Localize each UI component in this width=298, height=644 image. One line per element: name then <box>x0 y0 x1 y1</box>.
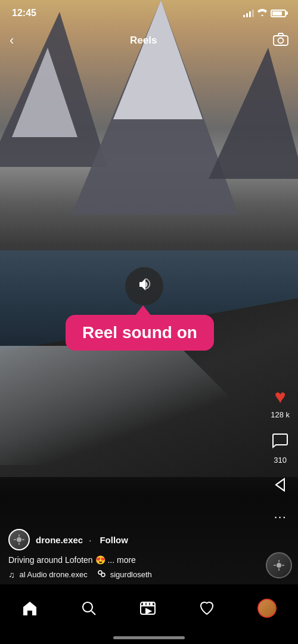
share-icon <box>272 476 288 497</box>
svg-point-16 <box>83 602 92 612</box>
nav-search[interactable] <box>80 600 97 617</box>
audio-label: al Audio drone.exec <box>20 570 88 579</box>
status-time: 12:45 <box>12 8 36 18</box>
sound-icon <box>136 276 153 296</box>
sound-button[interactable] <box>125 267 163 305</box>
bottom-info: drone.exec · Follow Driving around Lofot… <box>8 529 262 580</box>
caption[interactable]: Driving around Lofoten 😍 ... more <box>8 555 262 565</box>
nav-reels[interactable] <box>139 600 156 617</box>
home-indicator <box>113 636 185 639</box>
comments-count: 310 <box>274 456 287 465</box>
collab-icon <box>97 569 105 580</box>
heart-icon: ♥ <box>275 386 286 408</box>
svg-point-1 <box>278 38 283 43</box>
album-art[interactable] <box>266 552 292 578</box>
svg-point-20 <box>143 603 145 605</box>
mountain-right <box>209 48 298 179</box>
svg-point-21 <box>147 603 148 605</box>
likes-count: 128 k <box>271 410 290 419</box>
user-row: drone.exec · Follow <box>8 529 262 550</box>
snow-left <box>12 48 77 137</box>
svg-rect-0 <box>274 36 288 45</box>
nav-heart[interactable] <box>198 600 215 617</box>
comment-action[interactable]: 310 <box>271 431 289 465</box>
battery-icon <box>271 10 286 17</box>
share-action[interactable] <box>272 476 288 497</box>
tooltip-text: Reel sound on <box>82 323 197 342</box>
signal-bars-icon <box>243 9 254 17</box>
audio-bar-icon: ♫ <box>8 570 15 580</box>
svg-point-22 <box>150 603 152 605</box>
bottom-nav <box>0 584 298 644</box>
status-icons <box>243 8 286 18</box>
back-button[interactable]: ‹ <box>10 33 14 48</box>
dot-separator: · <box>89 535 91 545</box>
nav-home[interactable] <box>21 600 38 617</box>
sound-tooltip: Reel sound on <box>66 315 214 351</box>
comment-icon <box>271 431 289 453</box>
svg-line-2 <box>276 479 284 485</box>
nav-title: Reels <box>130 35 157 47</box>
svg-point-10 <box>101 573 105 577</box>
username[interactable]: drone.exec <box>36 535 83 545</box>
like-action[interactable]: ♥ 128 k <box>271 386 290 419</box>
avatar[interactable] <box>8 529 30 550</box>
more-action[interactable]: ··· <box>274 509 286 525</box>
svg-line-17 <box>91 611 95 615</box>
more-icon: ··· <box>274 509 286 525</box>
follow-button[interactable]: Follow <box>100 535 128 545</box>
nav-bar: ‹ Reels <box>0 26 298 55</box>
svg-point-4 <box>17 537 21 542</box>
collab-label: sigurdloseth <box>110 570 152 579</box>
svg-point-11 <box>277 563 281 568</box>
svg-line-3 <box>276 485 284 491</box>
nav-profile[interactable] <box>257 599 277 618</box>
camera-button[interactable] <box>273 33 288 49</box>
wifi-icon <box>257 8 267 18</box>
audio-row[interactable]: ♫ al Audio drone.exec sigurdloseth <box>8 569 262 580</box>
status-bar: 12:45 <box>0 0 298 26</box>
action-bar: ♥ 128 k 310 ··· <box>271 386 290 525</box>
